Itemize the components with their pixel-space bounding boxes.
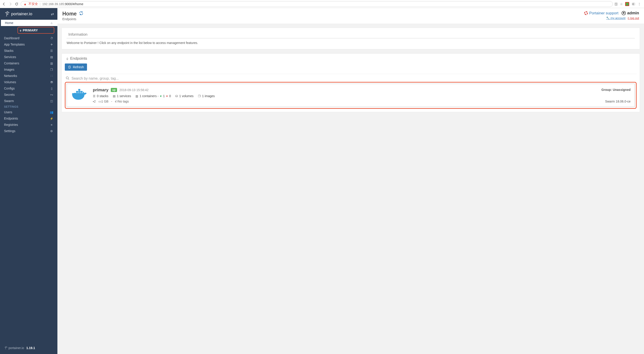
- tag-icon: 🏷: [115, 100, 118, 103]
- sidebar-settings-registries[interactable]: Registries≡: [0, 122, 58, 128]
- extension-icon-2[interactable]: ◐: [632, 2, 636, 6]
- endpoint-card-highlight: primary up 2018-09-13 15:56:42 ☰0 stacks…: [65, 82, 636, 109]
- sidebar-item-networks[interactable]: Networks⸬: [0, 73, 58, 79]
- lock-icon: 🗝: [50, 93, 53, 97]
- sidebar-settings-header: SETTINGS: [0, 104, 58, 109]
- images-icon: ❐: [198, 95, 201, 98]
- insecure-icon: ▲: [24, 2, 27, 6]
- database-icon: ≡: [50, 123, 53, 127]
- sidebar-settings-settings[interactable]: Settings⚙: [0, 128, 58, 134]
- title-refresh-icon[interactable]: [79, 11, 84, 17]
- endpoint-card-primary[interactable]: primary up 2018-09-13 15:56:42 ☰0 stacks…: [66, 84, 635, 107]
- sidebar-item-app-templates[interactable]: App Templates✈: [0, 41, 58, 48]
- endpoint-name: primary: [93, 88, 108, 92]
- stat-volumes: ⛁1 volumes: [175, 94, 194, 98]
- sidebar-home[interactable]: Home ⌂: [1, 20, 58, 26]
- sidebar-settings-users[interactable]: Users👥: [0, 109, 58, 115]
- logout-link[interactable]: ⎋ log out: [628, 16, 639, 20]
- endpoints-panel: ⏚ Endpoints Refresh: [62, 53, 640, 112]
- url-text: 192.168.39.185:9000/#/home: [42, 2, 84, 6]
- stat-tags: 🏷No tags: [115, 100, 129, 103]
- sidebar-item-containers[interactable]: Containers▥: [0, 60, 58, 66]
- information-title: Information: [66, 32, 635, 38]
- sidebar-item-label: Settings: [4, 129, 50, 133]
- plug-icon: ⚡: [50, 117, 53, 120]
- sitemap-icon: ⸬: [50, 74, 53, 78]
- unhealthy-icon: ♥: [166, 95, 168, 98]
- tachometer-icon: ⏱: [50, 37, 53, 40]
- list-icon: ☰: [50, 49, 53, 53]
- sidebar-footer: portainer.io 1.19.1: [0, 344, 58, 354]
- status-badge: up: [111, 88, 117, 92]
- healthy-icon: ♥: [160, 95, 162, 98]
- file-icon: ▯: [50, 87, 53, 90]
- sidebar-item-label: App Templates: [4, 43, 50, 46]
- refresh-button[interactable]: Refresh: [65, 64, 87, 71]
- refresh-icon: [68, 66, 71, 69]
- sidebar-item-configs[interactable]: Configs▯: [0, 85, 58, 92]
- endpoint-search-input[interactable]: [72, 77, 636, 81]
- footer-logo: portainer.io: [4, 346, 24, 350]
- sidebar-item-label: Services: [4, 55, 50, 59]
- bookmark-star-icon[interactable]: ☆: [620, 2, 623, 6]
- services-icon: ▤: [113, 95, 116, 98]
- sidebar-item-label: Secrets: [4, 93, 50, 97]
- sidebar-primary-label: PRIMARY: [23, 29, 38, 32]
- docker-whale-icon: [71, 88, 88, 101]
- back-button[interactable]: [2, 2, 6, 6]
- svg-rect-0: [7, 14, 8, 15]
- reload-button[interactable]: [14, 2, 19, 6]
- sidebar-item-images[interactable]: Images❐: [0, 66, 58, 73]
- sidebar: portainer.io ⇄ Home ⌂ ⏚ PRIMARY Dashboar…: [0, 8, 58, 354]
- sidebar-settings-endpoints[interactable]: Endpoints⚡: [0, 115, 58, 122]
- information-panel: Information Welcome to Portainer ! Click…: [62, 28, 640, 49]
- sidebar-item-swarm[interactable]: Swarm◫: [0, 98, 58, 104]
- brand-logo[interactable]: portainer.io: [4, 11, 32, 17]
- search-row: [65, 74, 636, 81]
- clone-icon: ❐: [50, 68, 53, 71]
- stat-services: ▤1 services: [113, 94, 131, 98]
- sidebar-item-label: Containers: [4, 62, 50, 65]
- sidebar-item-services[interactable]: Services▤: [0, 54, 58, 60]
- list-alt-icon: ▤: [50, 55, 53, 59]
- sidebar-item-label: Configs: [4, 87, 50, 90]
- page-title: Home: [62, 11, 84, 17]
- my-account-link[interactable]: 🔧 my account: [606, 16, 626, 20]
- home-icon: ⌂: [50, 21, 53, 25]
- sidebar-item-label: Networks: [4, 74, 50, 78]
- sidebar-item-volumes[interactable]: Volumes⛃: [0, 79, 58, 85]
- logout-icon: ⎋: [628, 16, 630, 20]
- sidebar-item-secrets[interactable]: Secrets🗝: [0, 92, 58, 98]
- crane-icon: [4, 11, 10, 17]
- svg-rect-6: [76, 91, 78, 93]
- page-header: Home Endpoints Portainer support admin: [58, 8, 644, 24]
- address-bar[interactable]: ▲ 不安全 | 192.168.39.185:9000/#/home: [21, 1, 613, 7]
- extension-icon-1[interactable]: [625, 2, 629, 6]
- sidebar-item-stacks[interactable]: Stacks☰: [0, 48, 58, 54]
- containers-icon: ▥: [136, 95, 138, 98]
- sidebar-primary-endpoint[interactable]: ⏚ PRIMARY: [18, 27, 54, 34]
- sidebar-item-label: Swarm: [4, 99, 50, 103]
- sidebar-item-label: Users: [4, 110, 50, 114]
- life-ring-icon: [584, 11, 588, 15]
- stat-images: ❐1 images: [198, 94, 215, 98]
- insecure-label: 不安全: [28, 2, 38, 6]
- brand-text: portainer.io: [11, 12, 32, 16]
- svg-rect-8: [80, 91, 82, 93]
- information-text: Welcome to Portainer ! Click on any endp…: [66, 41, 635, 45]
- chrome-menu-icon[interactable]: ⋮: [638, 2, 641, 6]
- sidebar-item-label: Stacks: [4, 49, 50, 53]
- volumes-icon: ⛁: [175, 95, 178, 98]
- svg-point-1: [66, 77, 68, 79]
- key-icon[interactable]: ⚿: [615, 2, 618, 6]
- sidebar-item-label: Home: [5, 21, 50, 25]
- sidebar-item-dashboard[interactable]: Dashboard⏱: [0, 35, 58, 41]
- support-link[interactable]: Portainer support: [584, 11, 618, 16]
- sidebar-toggle-icon[interactable]: ⇄: [51, 12, 54, 16]
- endpoint-group: Group: Unassigned: [602, 88, 630, 92]
- separator: -: [111, 100, 112, 103]
- user-icon: [622, 11, 626, 15]
- plug-icon: ⏚: [66, 56, 68, 61]
- forward-button[interactable]: [8, 2, 12, 6]
- username-text: admin: [627, 11, 639, 16]
